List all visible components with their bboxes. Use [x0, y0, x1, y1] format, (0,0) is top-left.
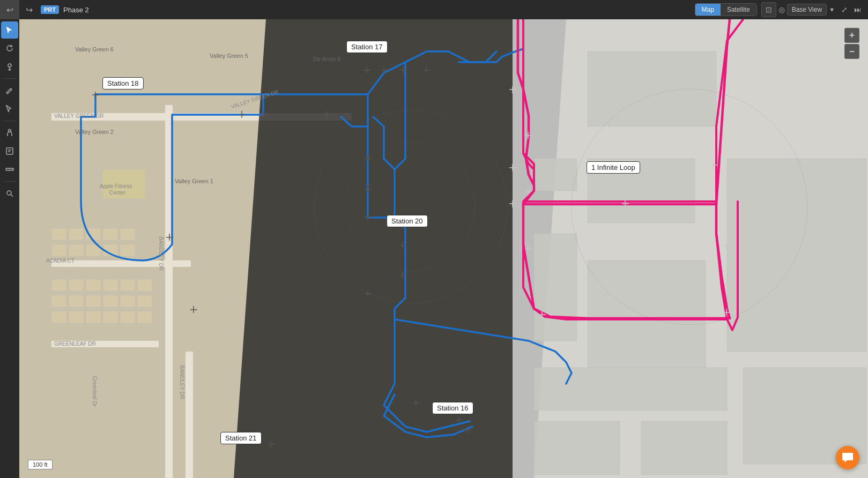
- svg-rect-45: [120, 311, 135, 323]
- svg-rect-40: [137, 295, 152, 307]
- svg-rect-18: [51, 228, 66, 240]
- svg-rect-23: [51, 244, 66, 256]
- paint-tool[interactable]: [1, 100, 18, 117]
- svg-point-10: [7, 191, 11, 195]
- svg-rect-58: [534, 421, 620, 475]
- station-21-label: Station 21: [220, 432, 262, 444]
- topbar: ↩ ↪ PRT Phase 2 Map Satellite ⊡ ◎ Base V…: [0, 0, 868, 19]
- station-17-label: Station 17: [346, 41, 388, 53]
- svg-rect-51: [534, 159, 577, 191]
- sidebar-divider-2: [3, 121, 16, 121]
- svg-rect-21: [103, 228, 118, 240]
- search-tool[interactable]: [1, 185, 18, 202]
- svg-rect-19: [69, 228, 84, 240]
- svg-rect-30: [69, 279, 84, 291]
- svg-rect-37: [86, 295, 101, 307]
- svg-rect-27: [120, 244, 135, 256]
- map-button[interactable]: Map: [695, 4, 721, 16]
- svg-rect-39: [120, 295, 135, 307]
- prt-tag: PRT: [41, 5, 59, 14]
- topbar-right: ⤢ ⏭: [839, 3, 864, 16]
- refresh-tool[interactable]: [1, 40, 18, 57]
- svg-rect-16: [51, 341, 159, 347]
- phase-title: Phase 2: [61, 6, 379, 14]
- base-view-icon: ◎: [778, 5, 785, 14]
- pin-tool[interactable]: [1, 58, 18, 75]
- infinite-loop-label: 1 Infinite Loop: [587, 161, 640, 174]
- svg-rect-17: [186, 352, 193, 478]
- station-16-label: Station 16: [432, 402, 473, 414]
- svg-rect-36: [69, 295, 84, 307]
- svg-rect-22: [120, 228, 135, 240]
- undo-button[interactable]: ↩: [0, 0, 19, 19]
- sidebar-divider-3: [3, 181, 16, 182]
- svg-rect-38: [103, 295, 118, 307]
- ruler-tool[interactable]: [1, 161, 18, 178]
- svg-rect-54: [534, 234, 577, 341]
- station-20-label: Station 20: [387, 215, 428, 227]
- svg-rect-47: [102, 169, 145, 199]
- pen-tool[interactable]: [1, 82, 18, 99]
- svg-rect-53: [727, 159, 866, 352]
- zoom-out-button[interactable]: −: [844, 44, 859, 59]
- svg-rect-46: [137, 311, 152, 323]
- svg-rect-24: [69, 244, 84, 256]
- screen-icon-button[interactable]: ⊡: [761, 2, 776, 17]
- svg-rect-33: [120, 279, 135, 291]
- skip-button[interactable]: ⏭: [852, 3, 864, 16]
- redo-button[interactable]: ↪: [19, 0, 39, 19]
- zoom-in-button[interactable]: +: [844, 28, 859, 43]
- chat-bubble[interactable]: [836, 446, 859, 469]
- satellite-button[interactable]: Satellite: [721, 4, 756, 16]
- base-view-dropdown-icon[interactable]: ▼: [829, 6, 835, 13]
- svg-rect-2: [6, 148, 13, 154]
- note-tool[interactable]: [1, 143, 18, 160]
- zoom-controls: + −: [844, 28, 859, 59]
- svg-rect-44: [103, 311, 118, 323]
- sidebar: [0, 19, 19, 478]
- expand-button[interactable]: ⤢: [839, 3, 850, 16]
- svg-line-11: [11, 195, 13, 197]
- svg-rect-31: [86, 279, 101, 291]
- map-container[interactable]: Valley Green 6 Valley Green 5 Valley Gre…: [19, 19, 868, 478]
- svg-rect-15: [51, 260, 191, 267]
- svg-rect-55: [588, 260, 706, 368]
- svg-rect-42: [69, 311, 84, 323]
- scale-bar: 100 ft: [28, 460, 53, 469]
- base-view-label: Base View: [787, 4, 827, 16]
- person-tool[interactable]: [1, 124, 18, 141]
- base-view-group: ◎ Base View ▼: [778, 4, 835, 16]
- station-18-label: Station 18: [102, 77, 144, 89]
- svg-rect-34: [137, 279, 152, 291]
- svg-rect-29: [51, 279, 66, 291]
- map-satellite-toggle[interactable]: Map Satellite: [695, 3, 757, 16]
- svg-rect-41: [51, 311, 66, 323]
- svg-rect-32: [103, 279, 118, 291]
- svg-rect-57: [534, 368, 727, 410]
- cursor-tool[interactable]: [1, 21, 18, 39]
- svg-rect-43: [86, 311, 101, 323]
- svg-rect-35: [51, 295, 66, 307]
- svg-rect-59: [641, 421, 727, 475]
- sidebar-divider-1: [3, 78, 16, 79]
- svg-point-0: [8, 64, 11, 67]
